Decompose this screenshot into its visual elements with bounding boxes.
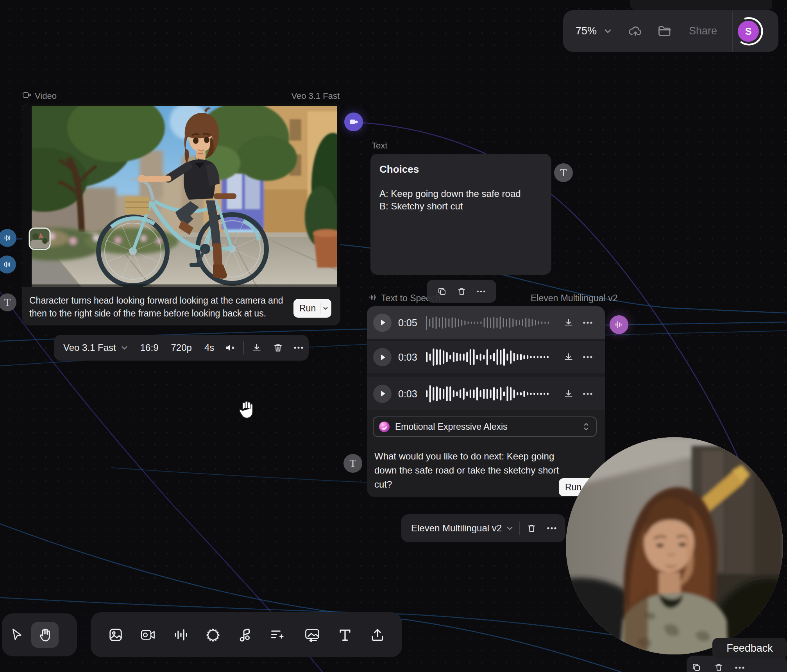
svg-text:S: S (745, 26, 752, 37)
